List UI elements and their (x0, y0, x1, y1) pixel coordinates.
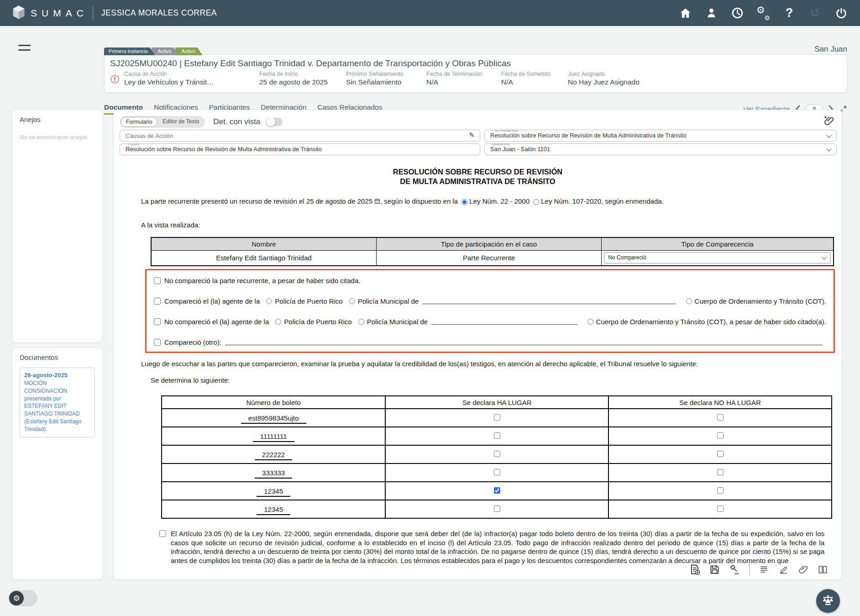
tickets-tbody: est89598345ujto1111111122222233333312345… (162, 409, 832, 518)
document-editor-card: Formulario Editor de Texto Det. con vist… (113, 110, 842, 580)
formularios-select[interactable]: Formularios Resolución sobre Recurso de … (484, 130, 837, 142)
no-ha-lugar-checkbox[interactable] (717, 505, 724, 512)
comparecencia-line-2: Compareció el (la) agente de la Policía … (154, 297, 826, 305)
ha-lugar-checkbox[interactable] (494, 451, 500, 457)
participant-name: Estefany Edit Santiago Trinidad (151, 250, 376, 266)
menu-icon[interactable] (18, 45, 31, 54)
boleto-number[interactable]: 333333 (255, 469, 292, 479)
formularios-label: Formularios (489, 130, 520, 133)
no-ha-lugar-checkbox[interactable] (717, 469, 724, 475)
signature-icon[interactable] (778, 564, 789, 575)
document-item-date: 26-agosto-2025 (24, 372, 90, 379)
col-ha-lugar: Se declara HA LUGAR (385, 396, 608, 409)
ha-lugar-checkbox[interactable] (494, 432, 500, 439)
case-field: Próximo SeñalamientoSin Señalamiento (346, 71, 418, 86)
case-tags: Primera Instancia Activo Activo (104, 47, 847, 55)
policia-municipal-radio[interactable] (349, 298, 355, 304)
paperclip-add-icon[interactable] (823, 116, 834, 128)
boleto-number[interactable]: 222222 (255, 451, 292, 460)
comparecio-agente-checkbox[interactable] (154, 298, 161, 305)
user-icon[interactable] (704, 6, 718, 20)
boleto-number[interactable]: 12345 (257, 505, 290, 515)
col-numero-boleto: Número de boleto (162, 396, 385, 409)
document-list-item[interactable]: 26-agosto-2025 MOCIÓN CONSIGNACIÓN prese… (20, 368, 95, 437)
municipio-blank-field[interactable] (422, 298, 676, 304)
policia-pr-radio[interactable] (266, 298, 272, 304)
topbar-icons: ⚙⚙ ? ↺ (678, 6, 848, 20)
ha-lugar-checkbox[interactable] (494, 505, 500, 512)
save-icon[interactable] (709, 564, 720, 575)
case-field: Fecha de SometidoN/A (501, 71, 560, 86)
comparecencia-select[interactable]: No Compareció (604, 252, 831, 263)
participant-row: Estefany Edit Santiago Trinidad Parte Re… (151, 250, 834, 266)
columns-icon[interactable] (818, 564, 828, 575)
topbar-username: JESSICA MORALES CORREA (101, 8, 217, 18)
comparecio-otro-checkbox[interactable] (154, 339, 161, 346)
pencil-icon[interactable]: ✎ (469, 131, 475, 139)
no-comparecio-agente-checkbox[interactable] (154, 318, 161, 325)
case-title: SJ2025MU00240 | Estefany Edit Santiago T… (110, 58, 841, 68)
municipio-blank-field[interactable] (431, 319, 577, 325)
paperclip-icon[interactable] (798, 564, 808, 575)
no-ha-lugar-checkbox[interactable] (717, 414, 724, 421)
law-22-2000-radio[interactable] (461, 199, 467, 205)
articulo-checkbox[interactable] (159, 530, 166, 537)
law-107-2020-label: Ley Núm. 107-2020, según enmendada. (541, 197, 664, 205)
document-title: RESOLUCIÓN SOBRE RECURSO DE REVISIÓN DE … (114, 167, 842, 186)
comparecencia-line-1: No compareció la parte recurrente, a pes… (154, 276, 826, 284)
boleto-number[interactable]: 12345 (257, 487, 290, 497)
ha-lugar-checkbox[interactable] (494, 414, 500, 421)
law-107-2020-radio[interactable] (533, 199, 539, 205)
no-ha-lugar-checkbox[interactable] (717, 432, 724, 439)
case-card: SJ2025MU00240 | Estefany Edit Santiago T… (104, 54, 847, 93)
no-comparecio-parte-checkbox[interactable] (154, 277, 161, 284)
causas-de-accion-input[interactable] (120, 130, 480, 142)
ticket-row: 12345 (162, 500, 832, 518)
titulo-input[interactable]: Título Resolución sobre Recurso de Revis… (120, 143, 480, 155)
brand-name: SUMAC (31, 8, 88, 19)
scales-icon (821, 593, 835, 609)
gavel-icon[interactable] (729, 564, 740, 575)
gear-icon: ⚙ (9, 591, 24, 605)
refresh-icon[interactable]: ↺ (808, 6, 822, 20)
case-field-label: Juez Asignado (568, 71, 640, 77)
case-field-label: Fecha de Terminación (426, 71, 493, 77)
gears-icon[interactable]: ⚙⚙ (756, 6, 770, 20)
det-con-vista-toggle[interactable] (266, 118, 283, 126)
list-icon[interactable] (759, 564, 769, 575)
boleto-number[interactable]: est89598345ujto (241, 414, 306, 424)
calendar-icon[interactable] (374, 198, 380, 205)
ticket-row: 11111111 (162, 427, 832, 445)
chevron-down-icon (826, 146, 831, 151)
cot-radio[interactable] (686, 298, 692, 304)
scales-badge[interactable] (816, 589, 840, 613)
ha-lugar-checkbox[interactable] (494, 487, 500, 494)
ticket-row: 222222 (162, 445, 832, 463)
mode-formulario-button[interactable]: Formulario (121, 117, 157, 127)
no-ha-lugar-checkbox[interactable] (717, 451, 724, 457)
theme-toggle[interactable]: ⚙ (8, 590, 37, 606)
salones-select[interactable]: Salones San Juan - Salón 1101 (484, 143, 837, 155)
help-icon[interactable]: ? (782, 6, 796, 20)
case-field-label: Próximo Señalamiento (346, 71, 418, 77)
editor-controls: Formulario Editor de Texto Det. con vist… (120, 115, 834, 129)
boleto-number[interactable]: 11111111 (253, 432, 294, 442)
ha-lugar-checkbox[interactable] (494, 469, 500, 475)
participant-type: Parte Recurrente (376, 250, 601, 266)
chevron-down-icon (826, 132, 831, 137)
power-icon[interactable] (834, 6, 848, 20)
ticket-row: 12345 (162, 482, 832, 500)
home-icon[interactable] (678, 6, 692, 20)
anejos-empty-text: No se encontraron anejos (20, 133, 95, 142)
salones-value: San Juan - Salón 1101 (490, 146, 550, 153)
no-ha-lugar-checkbox[interactable] (717, 487, 724, 494)
add-document-icon[interactable] (689, 564, 700, 575)
mode-editor-texto-button[interactable]: Editor de Texto (157, 117, 204, 127)
cot-radio[interactable] (587, 319, 593, 325)
clock-icon[interactable] (730, 6, 744, 20)
law-22-2000-label: Ley Núm. 22 - 2000 (469, 197, 530, 205)
tag-instancia: Primera Instancia (104, 47, 155, 55)
otro-blank-field[interactable] (225, 339, 823, 345)
policia-pr-radio[interactable] (275, 319, 281, 325)
policia-municipal-radio[interactable] (358, 319, 364, 325)
